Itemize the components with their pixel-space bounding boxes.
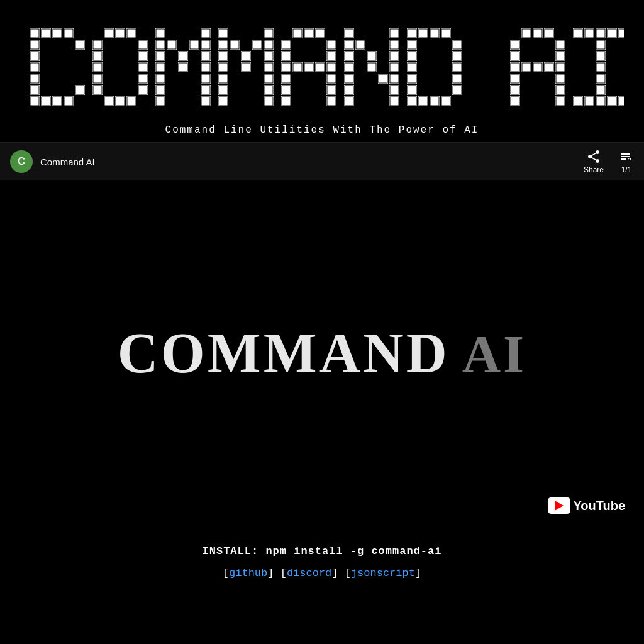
share-icon bbox=[586, 149, 601, 164]
video-command-word: COMMAND bbox=[118, 321, 450, 386]
youtube-logo: YouTube bbox=[548, 497, 625, 514]
video-header-left: C Command AI bbox=[10, 150, 95, 173]
playlist-label: 1/1 bbox=[621, 165, 632, 174]
playlist-button[interactable]: 1/1 bbox=[619, 149, 634, 174]
youtube-play-triangle bbox=[555, 501, 564, 511]
github-link[interactable]: github bbox=[229, 567, 267, 579]
video-content: COMMAND AI YouTube bbox=[0, 180, 644, 533]
channel-name: Command AI bbox=[40, 157, 95, 167]
video-header-right: Share 1/1 bbox=[584, 149, 634, 174]
youtube-overlay: YouTube bbox=[548, 497, 625, 514]
jsonscript-link[interactable]: jsonscript bbox=[351, 567, 415, 579]
video-title-text: COMMAND AI bbox=[118, 321, 526, 386]
bracket-close-1: ] [ bbox=[267, 567, 287, 579]
youtube-icon bbox=[548, 497, 570, 514]
discord-link[interactable]: discord bbox=[287, 567, 331, 579]
pixel-art-logo bbox=[20, 19, 624, 119]
avatar: C bbox=[10, 150, 33, 173]
share-label: Share bbox=[584, 165, 604, 174]
video-header: C Command AI Share 1/1 bbox=[0, 142, 644, 180]
youtube-text: YouTube bbox=[573, 499, 625, 513]
video-main: COMMAND AI YouTube bbox=[0, 180, 644, 533]
video-ai-word: AI bbox=[462, 323, 526, 385]
tagline: Command Line Utilities With The Power of… bbox=[165, 125, 479, 136]
bracket-close-3: ] bbox=[415, 567, 421, 579]
playlist-icon bbox=[619, 149, 634, 164]
bottom-section: INSTALL: npm install -g command-ai [gith… bbox=[0, 533, 644, 598]
links-line: [github] [discord] [jsonscript] bbox=[0, 567, 644, 579]
install-command: INSTALL: npm install -g command-ai bbox=[0, 545, 644, 557]
logo-section: Command Line Utilities With The Power of… bbox=[0, 0, 644, 142]
share-button[interactable]: Share bbox=[584, 149, 604, 174]
bracket-close-2: ] [ bbox=[331, 567, 351, 579]
bracket-open: [ bbox=[223, 567, 229, 579]
